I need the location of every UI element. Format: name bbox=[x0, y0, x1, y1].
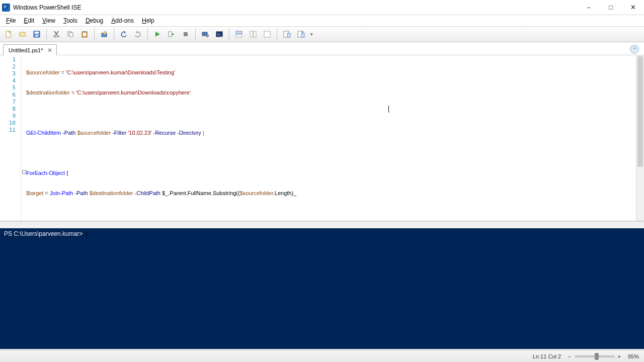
tab-bar: Untitled1.ps1* ✕ ⌃ bbox=[0, 42, 644, 55]
svg-point-15 bbox=[206, 34, 209, 37]
svg-rect-10 bbox=[84, 31, 86, 32]
svg-rect-2 bbox=[35, 32, 39, 34]
zoom-out-icon[interactable]: − bbox=[568, 353, 571, 359]
svg-rect-3 bbox=[35, 35, 38, 37]
run-selection-button[interactable] bbox=[165, 28, 178, 41]
copy-button[interactable] bbox=[64, 28, 77, 41]
run-script-button[interactable] bbox=[151, 28, 164, 41]
svg-rect-7 bbox=[69, 33, 73, 37]
redo-button[interactable] bbox=[131, 28, 144, 41]
svg-rect-20 bbox=[250, 31, 253, 37]
svg-text:▾: ▾ bbox=[302, 31, 303, 34]
menu-tools[interactable]: Tools bbox=[59, 16, 82, 25]
toolbar: >_ ▾ ▾ bbox=[0, 26, 644, 42]
console-pane[interactable]: PS C:\Users\parveen.kumar> bbox=[0, 228, 644, 349]
show-script-max-button[interactable] bbox=[261, 28, 274, 41]
close-tab-button[interactable]: ✕ bbox=[46, 47, 53, 54]
menu-file[interactable]: File bbox=[2, 16, 20, 25]
svg-rect-13 bbox=[184, 32, 188, 36]
menu-view[interactable]: View bbox=[38, 16, 59, 25]
stop-button[interactable] bbox=[179, 28, 192, 41]
code-area[interactable]: $sourcefolder = 'C:\users\parveen.kumar\… bbox=[21, 55, 636, 221]
menu-help[interactable]: Help bbox=[138, 16, 158, 25]
svg-point-5 bbox=[57, 35, 59, 37]
svg-rect-9 bbox=[83, 33, 86, 36]
show-script-top-button[interactable] bbox=[232, 28, 246, 41]
undo-button[interactable] bbox=[117, 28, 130, 41]
save-button[interactable] bbox=[30, 28, 43, 41]
svg-rect-12 bbox=[169, 32, 172, 37]
menu-bar: File Edit View Tools Debug Add-ons Help bbox=[0, 15, 644, 26]
zoom-in-icon[interactable]: + bbox=[618, 353, 621, 359]
new-button[interactable] bbox=[2, 28, 15, 41]
title-bar: Windows PowerShell ISE – □ ✕ bbox=[0, 0, 644, 15]
line-gutter: 1 2 3 4 5 6 7 8 9 10 11 bbox=[0, 55, 21, 221]
cut-button[interactable] bbox=[50, 28, 63, 41]
editor-vertical-scrollbar[interactable] bbox=[636, 55, 644, 221]
show-script-right-button[interactable] bbox=[247, 28, 260, 41]
maximize-button[interactable]: □ bbox=[600, 0, 622, 15]
script-editor[interactable]: 1 2 3 4 5 6 7 8 9 10 11 $sourcefolder = … bbox=[0, 55, 644, 221]
zoom-slider[interactable] bbox=[575, 355, 615, 357]
file-tab[interactable]: Untitled1.ps1* ✕ bbox=[3, 44, 57, 55]
collapse-script-pane-button[interactable]: ⌃ bbox=[630, 45, 639, 54]
toolbar-overflow-button[interactable]: ▾ bbox=[308, 28, 314, 41]
start-powershell-button[interactable]: >_ bbox=[213, 28, 226, 41]
minimize-button[interactable]: – bbox=[578, 0, 600, 15]
new-remote-tab-button[interactable] bbox=[199, 28, 212, 41]
show-command-addon-button[interactable]: ▾ bbox=[294, 28, 307, 41]
show-command-button[interactable] bbox=[280, 28, 293, 41]
open-button[interactable] bbox=[16, 28, 29, 41]
paste-button[interactable] bbox=[78, 28, 91, 41]
window-title: Windows PowerShell ISE bbox=[13, 4, 578, 11]
svg-rect-26 bbox=[301, 33, 304, 37]
file-tab-label: Untitled1.ps1* bbox=[9, 47, 43, 53]
app-icon bbox=[2, 4, 10, 12]
text-cursor bbox=[388, 106, 389, 113]
svg-rect-21 bbox=[254, 31, 256, 37]
svg-text:>_: >_ bbox=[217, 32, 222, 37]
menu-debug[interactable]: Debug bbox=[82, 16, 107, 25]
zoom-level: 95% bbox=[628, 353, 639, 359]
cursor-position: Ln 11 Col 2 bbox=[533, 353, 561, 359]
clear-console-button[interactable] bbox=[98, 28, 111, 41]
close-button[interactable]: ✕ bbox=[622, 0, 644, 15]
svg-rect-18 bbox=[236, 31, 242, 34]
status-bar: Ln 11 Col 2 − + 95% bbox=[0, 350, 644, 362]
svg-point-4 bbox=[54, 35, 56, 37]
console-prompt: PS C:\Users\parveen.kumar> bbox=[0, 228, 644, 239]
svg-rect-19 bbox=[236, 35, 242, 37]
menu-edit[interactable]: Edit bbox=[20, 16, 38, 25]
svg-rect-24 bbox=[287, 33, 290, 37]
menu-addons[interactable]: Add-ons bbox=[107, 16, 138, 25]
fold-icon[interactable]: - bbox=[22, 170, 26, 174]
svg-rect-22 bbox=[264, 31, 270, 37]
zoom-control[interactable]: − + bbox=[568, 353, 621, 359]
